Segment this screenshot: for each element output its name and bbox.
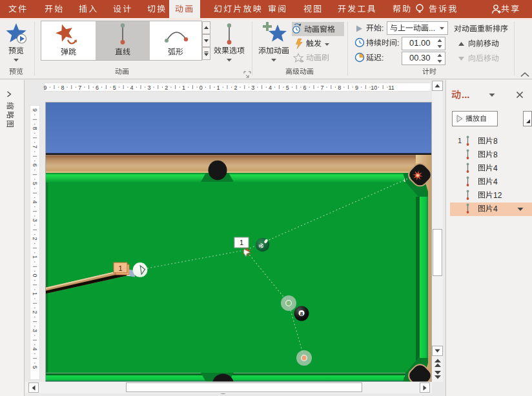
- svg-text:5: 5: [32, 366, 38, 369]
- svg-text:5: 5: [113, 84, 116, 91]
- svg-text:0: 0: [200, 84, 203, 91]
- svg-text:...: ...: [462, 89, 470, 100]
- svg-text:1: 1: [182, 84, 185, 91]
- svg-text:10: 10: [371, 84, 377, 91]
- svg-text:4: 4: [493, 204, 498, 213]
- svg-text:12: 12: [493, 191, 502, 200]
- svg-text:3: 3: [32, 219, 38, 222]
- svg-text:8: 8: [493, 137, 498, 146]
- svg-text:6: 6: [96, 84, 99, 91]
- svg-text:9: 9: [355, 84, 358, 91]
- svg-text:2: 2: [234, 84, 237, 91]
- svg-text:7: 7: [32, 145, 38, 148]
- svg-text::: :: [397, 39, 399, 48]
- svg-text::: :: [382, 54, 384, 63]
- svg-text:8: 8: [493, 150, 498, 159]
- svg-text:1: 1: [32, 255, 38, 259]
- svg-text:2: 2: [32, 237, 38, 240]
- svg-text:1: 1: [458, 136, 462, 144]
- svg-text:1: 1: [118, 264, 122, 272]
- svg-text:4: 4: [269, 84, 272, 91]
- svg-text:00.30: 00.30: [409, 53, 431, 63]
- svg-text:2: 2: [32, 310, 38, 313]
- svg-text:9: 9: [44, 84, 47, 91]
- svg-text:4: 4: [32, 200, 38, 203]
- svg-text:4: 4: [493, 177, 498, 186]
- svg-text:3: 3: [147, 84, 150, 91]
- svg-text:7: 7: [78, 84, 81, 91]
- svg-text:2: 2: [165, 84, 168, 91]
- svg-text:1: 1: [32, 292, 38, 295]
- svg-text:8: 8: [32, 126, 38, 130]
- svg-text:8: 8: [61, 84, 64, 91]
- svg-text:0: 0: [32, 273, 38, 277]
- svg-text:3: 3: [32, 329, 38, 332]
- svg-text:01.00: 01.00: [409, 38, 431, 48]
- svg-text:7: 7: [320, 84, 323, 91]
- svg-text:3: 3: [251, 84, 254, 91]
- svg-text:...: ...: [429, 24, 435, 33]
- svg-text:4: 4: [493, 164, 498, 173]
- svg-text:8: 8: [300, 311, 303, 317]
- svg-text:6: 6: [303, 84, 307, 91]
- svg-text:8: 8: [338, 84, 341, 91]
- svg-text:5: 5: [32, 182, 38, 185]
- svg-text:4: 4: [32, 347, 38, 350]
- svg-text:5: 5: [286, 84, 289, 91]
- svg-text:11: 11: [388, 84, 394, 91]
- svg-text:1: 1: [217, 84, 220, 91]
- svg-text:1: 1: [240, 239, 243, 246]
- svg-text:6: 6: [32, 163, 38, 166]
- svg-text:9: 9: [32, 108, 38, 112]
- svg-text:4: 4: [130, 84, 134, 91]
- svg-text::: :: [382, 24, 384, 33]
